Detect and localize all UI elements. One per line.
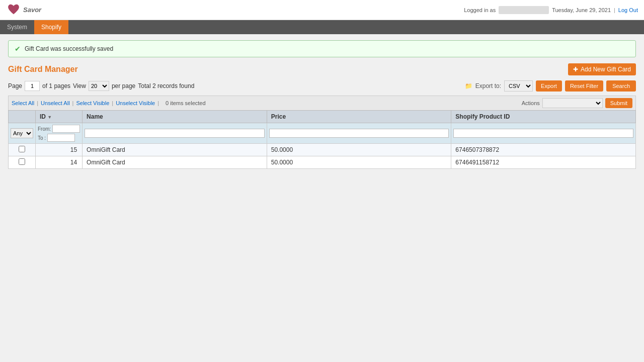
filter-shopify-id-cell [451,123,636,144]
filter-price-cell [267,123,451,144]
header-right: Logged in as Tuesday, June 29, 2021 | Lo… [464,6,638,14]
filter-id-cell: From: To : [36,123,83,144]
col-header-shopify-product-id[interactable]: Shopify Product ID [451,111,636,123]
export-label: Export to: [475,82,501,89]
row2-checkbox[interactable] [19,158,25,165]
filter-name-input[interactable] [85,129,265,138]
per-page-label: per page [112,82,135,89]
success-banner: ✔ Gift Card was successfully saved [8,40,636,57]
row2-name: OmniGift Card [83,156,267,169]
col-header-name[interactable]: Name [83,111,267,123]
filter-name-cell [83,123,267,144]
success-message: Gift Card was successfully saved [25,45,113,52]
per-page-select[interactable]: 20 50 100 [89,81,109,91]
export-icon: 📁 [465,82,472,89]
to-label: To : [38,135,46,141]
of-pages: of 1 pages [42,82,70,89]
date-display: Tuesday, June 29, 2021 [552,7,611,13]
filter-shopify-id-input[interactable] [453,129,633,138]
col-header-id[interactable]: ID ▼ [36,111,83,123]
search-button[interactable]: Search [606,80,636,92]
pagination-left: Page of 1 pages View 20 50 100 per page … [8,81,194,91]
table-row: 14 OmniGift Card 50.0000 6746491158712 [9,156,636,169]
reset-filter-button[interactable]: Reset Filter [565,80,603,92]
row2-price: 50.0000 [267,156,451,169]
row1-shopify-id: 6746507378872 [451,144,636,156]
title-bar: Gift Card Manager ✚ Add New Gift Card [8,63,636,75]
col-header-checkbox [9,111,36,123]
header: Savor Logged in as Tuesday, June 29, 202… [0,0,644,20]
table-header-row: ID ▼ Name Price Shopify Product ID [9,111,636,123]
page-label: Page [8,82,22,89]
filter-id-from[interactable] [52,125,80,133]
total-records: Total 2 records found [138,82,194,89]
username-display [499,6,549,14]
submit-button[interactable]: Submit [605,98,632,108]
page-input[interactable] [25,81,40,91]
table-row: 15 OmniGift Card 50.0000 6746507378872 [9,144,636,156]
actions-right: Actions Submit [522,98,632,108]
filter-row: Any From: To : [9,123,636,144]
filter-id-to[interactable] [47,134,75,142]
nav-item-shopify[interactable]: Shopify [34,20,68,34]
unselect-visible-link[interactable]: Unselect Visible [116,100,155,106]
filter-price-input[interactable] [269,129,449,138]
row1-name: OmniGift Card [83,144,267,156]
export-format-select[interactable]: CSV Excel XML [504,80,533,92]
add-btn-icon: ✚ [573,66,578,73]
main-content: ✔ Gift Card was successfully saved Gift … [0,34,644,276]
filter-any-select[interactable]: Any [11,128,33,138]
row2-checkbox-cell [9,156,36,169]
logged-in-label: Logged in as [464,7,496,13]
selection-bar: Select All | Unselect All | Select Visib… [8,96,636,110]
items-selected-count: 0 items selected [166,100,205,106]
row1-checkbox[interactable] [19,146,25,152]
unselect-all-link[interactable]: Unselect All [41,100,69,106]
page-title: Gift Card Manager [8,65,78,74]
logo: Savor [6,3,41,18]
from-label: From: [38,126,51,132]
actions-select[interactable] [542,98,603,108]
row1-id: 15 [36,144,83,156]
row2-shopify-id: 6746491158712 [451,156,636,169]
logout-link[interactable]: Log Out [618,7,638,13]
gift-card-table: ID ▼ Name Price Shopify Product ID [8,110,636,169]
nav-item-system[interactable]: System [0,20,34,34]
view-label: View [73,82,86,89]
select-visible-link[interactable]: Select Visible [76,100,109,106]
export-button[interactable]: Export [536,80,562,92]
id-sort-icon: ▼ [47,115,52,120]
actions-label: Actions [522,100,540,106]
logo-icon [6,3,21,18]
filter-any-cell: Any [9,123,36,144]
row2-id: 14 [36,156,83,169]
row1-price: 50.0000 [267,144,451,156]
add-new-gift-card-button[interactable]: ✚ Add New Gift Card [568,63,636,75]
navigation: System Shopify [0,20,644,34]
success-icon: ✔ [15,45,21,53]
row1-checkbox-cell [9,144,36,156]
select-all-link[interactable]: Select All [12,100,34,106]
col-header-price[interactable]: Price [267,111,451,123]
pagination-row: Page of 1 pages View 20 50 100 per page … [8,80,636,92]
separator: | [614,7,615,13]
logo-text: Savor [23,6,41,14]
pagination-right: 📁 Export to: CSV Excel XML Export Reset … [465,80,636,92]
